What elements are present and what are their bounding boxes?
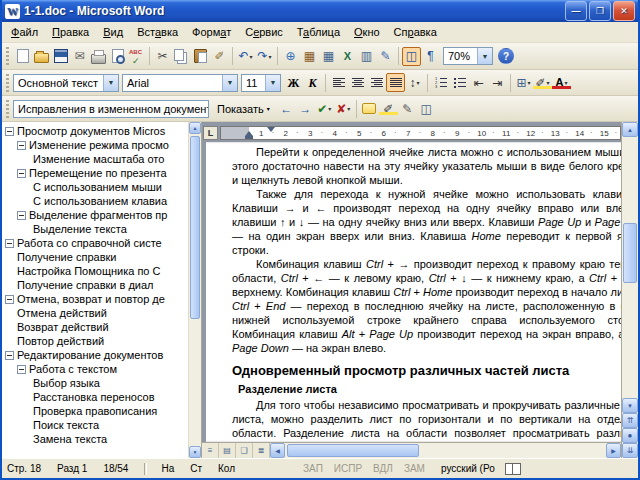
show-menu-button[interactable]: Показать ▾ — [212, 98, 275, 119]
save-button[interactable] — [51, 47, 70, 66]
document-map-item[interactable]: Просмотр документов Micros — [2, 124, 188, 138]
print-preview-button[interactable] — [108, 47, 127, 66]
document-map-item[interactable]: Отмена, возврат и повтор де — [2, 292, 188, 306]
menu-item-help[interactable]: Справка — [387, 24, 444, 40]
show-hide-button[interactable]: ¶ — [421, 47, 440, 66]
cut-button[interactable]: ✂ — [153, 47, 172, 66]
document-map-item[interactable]: Замена текста — [2, 432, 188, 446]
left-indent-box[interactable] — [245, 136, 253, 139]
numbering-button[interactable] — [431, 73, 450, 92]
align-center-button[interactable] — [348, 73, 367, 92]
menu-item-edit[interactable]: Правка — [45, 24, 96, 40]
insert-hyperlink-button[interactable]: ⊕ — [281, 47, 300, 66]
toolbar-drag-handle[interactable] — [6, 47, 9, 65]
horizontal-ruler[interactable]: 12345678910111213141516 — [220, 126, 621, 140]
menu-item-view[interactable]: Вид — [96, 24, 130, 40]
document-page[interactable]: Перейти к определенной ячейке листа можн… — [202, 142, 621, 442]
language-indicator[interactable]: русский (Ро — [441, 463, 495, 474]
document-map-item[interactable]: Изменение масштаба ото — [2, 152, 188, 166]
collapse-icon[interactable] — [5, 239, 14, 248]
mode-indicator[interactable]: ВДЛ — [373, 463, 393, 474]
tab-selector[interactable]: L — [203, 126, 218, 140]
document-map-item[interactable]: Получение справки — [2, 250, 188, 264]
document-map-item[interactable]: Редактирование документов — [2, 348, 188, 362]
toolbar-drag-handle[interactable] — [6, 74, 9, 92]
next-change-button[interactable]: → — [296, 99, 315, 118]
font-size-combo[interactable]: 11 ▼ — [241, 74, 281, 92]
menu-item-format[interactable]: Формат — [185, 24, 238, 40]
menu-item-file[interactable]: Файл — [4, 24, 45, 40]
page-surface[interactable]: Перейти к определенной ячейке листа можн… — [206, 142, 621, 442]
document-map-item[interactable]: Выбор языка — [2, 376, 188, 390]
align-left-button[interactable] — [329, 73, 348, 92]
collapse-icon[interactable] — [5, 351, 14, 360]
close-button[interactable]: ✕ — [613, 1, 635, 21]
web-layout-button[interactable]: ▤ — [219, 443, 236, 458]
scroll-up-icon[interactable]: ▲ — [189, 122, 201, 134]
copy-button[interactable] — [172, 47, 191, 66]
document-map-item[interactable]: Работа с текстом — [2, 362, 188, 376]
title-bar[interactable]: W 1-1.doc - Microsoft Word — ❐ ✕ — [2, 0, 638, 22]
document-map-item[interactable]: Выделение текста — [2, 222, 188, 236]
document-map-item[interactable]: Перемещение по презента — [2, 166, 188, 180]
insert-comment-button[interactable] — [360, 99, 379, 118]
minimize-button[interactable]: — — [565, 1, 587, 21]
align-right-button[interactable] — [367, 73, 386, 92]
reject-change-button[interactable]: ✘ ▾ — [334, 99, 353, 118]
track-changes-button[interactable]: ✎ — [398, 99, 417, 118]
spelling-button[interactable] — [127, 47, 146, 66]
insert-excel-button[interactable]: X — [338, 47, 357, 66]
document-map-item[interactable]: Проверка правописания — [2, 404, 188, 418]
highlight-button[interactable]: ✐ ▾ — [533, 73, 552, 92]
menu-item-insert[interactable]: Вставка — [130, 24, 185, 40]
font-combo[interactable]: Arial ▼ — [122, 74, 238, 92]
menu-item-tools[interactable]: Сервис — [238, 24, 290, 40]
scrollbar-track[interactable] — [189, 134, 201, 446]
document-map-item[interactable]: С использованием клавиа — [2, 194, 188, 208]
bullets-button[interactable] — [450, 73, 469, 92]
document-map-item[interactable]: Выделение фрагментов пр — [2, 208, 188, 222]
highlight-button[interactable]: ✐ — [379, 99, 398, 118]
menu-item-window[interactable]: Окно — [347, 24, 387, 40]
scroll-down-icon[interactable]: ▼ — [189, 446, 201, 458]
font-color-button[interactable]: А ▾ — [552, 73, 571, 92]
document-map-item[interactable]: Отмена действий — [2, 306, 188, 320]
document-map-item[interactable]: Работа со справочной систе — [2, 236, 188, 250]
document-map-item[interactable]: Изменение режима просмо — [2, 138, 188, 152]
style-combo[interactable]: Основной текст ▼ — [13, 74, 119, 92]
collapse-icon[interactable] — [17, 141, 26, 150]
previous-change-button[interactable]: ← — [277, 99, 296, 118]
scroll-left-icon[interactable]: ◀ — [270, 443, 285, 458]
increase-indent-button[interactable]: ⇥ — [488, 73, 507, 92]
italic-button[interactable]: К — [303, 73, 322, 92]
next-page-button[interactable]: ⇊ — [622, 443, 638, 458]
previous-page-button[interactable]: ⇈ — [622, 413, 638, 428]
display-for-review-combo[interactable]: Исправления в измененном документе ▼ — [13, 100, 209, 118]
document-map-item[interactable]: С использованием мыши — [2, 180, 188, 194]
scroll-down-icon[interactable]: ▼ — [622, 398, 638, 413]
scroll-right-icon[interactable]: ▶ — [606, 443, 621, 458]
normal-view-button[interactable]: ≡ — [202, 443, 219, 458]
mode-indicator[interactable]: ИСПР — [334, 463, 362, 474]
document-map-item[interactable]: Повтор действий — [2, 334, 188, 348]
redo-button[interactable]: ↷ ▾ — [255, 47, 274, 66]
collapse-icon[interactable] — [17, 169, 26, 178]
horizontal-scrollbar[interactable]: ≡▤❑≣ ◀ ▶ — [202, 442, 621, 458]
toolbar-drag-handle[interactable] — [6, 100, 9, 118]
mode-indicator[interactable]: ЗАП — [303, 463, 323, 474]
help-button[interactable]: ? — [498, 48, 514, 64]
insert-table-button[interactable]: ▦ — [319, 47, 338, 66]
reviewing-pane-button[interactable]: ◫ — [417, 99, 436, 118]
outline-view-button[interactable]: ≣ — [253, 443, 270, 458]
decrease-indent-button[interactable]: ⇤ — [469, 73, 488, 92]
document-map-item[interactable]: Расстановка переносов — [2, 390, 188, 404]
collapse-icon[interactable] — [5, 127, 14, 136]
document-map-scrollbar[interactable]: ▲ ▼ — [188, 122, 202, 458]
document-map-button[interactable]: ◫ — [402, 47, 421, 66]
document-map-item[interactable]: Поиск текста — [2, 418, 188, 432]
print-button[interactable] — [89, 47, 108, 66]
scroll-up-icon[interactable]: ▲ — [622, 122, 638, 137]
undo-button[interactable]: ↶ ▾ — [236, 47, 255, 66]
scrollbar-track[interactable] — [285, 443, 606, 458]
collapse-icon[interactable] — [17, 365, 26, 374]
